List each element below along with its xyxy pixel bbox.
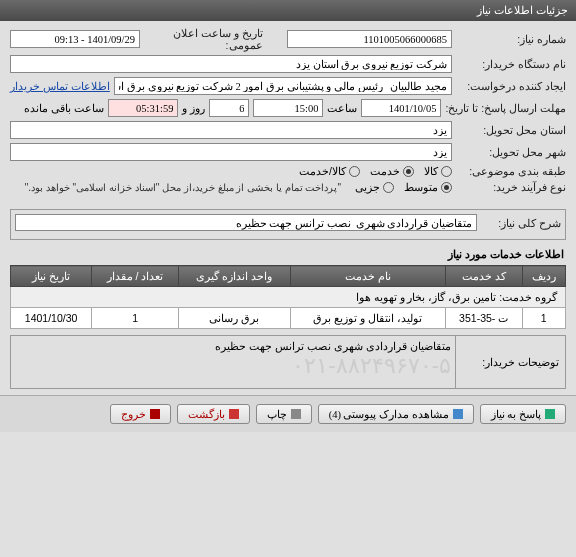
services-title: اطلاعات خدمات مورد نیاز (12, 248, 564, 261)
reply-icon (545, 409, 555, 419)
col-date: تاریخ نیاز (11, 266, 92, 287)
announce-label: تاریخ و ساعت اعلان عمومی: (144, 27, 263, 51)
col-qty: تعداد / مقدار (92, 266, 179, 287)
radio-jozi[interactable]: جزیی (355, 181, 394, 193)
cell-name: تولید، انتقال و توزیع برق (290, 308, 445, 329)
need-no-input[interactable] (287, 30, 452, 48)
cell-date: 1401/10/30 (11, 308, 92, 329)
remain-label: ساعت باقی مانده (24, 102, 104, 115)
exit-icon (150, 409, 160, 419)
radio-motevaset[interactable]: متوسط (404, 181, 452, 193)
buyer-notes-box: توضیحات خریدار: متقاضیان قراردادی شهری ن… (10, 335, 566, 389)
cell-row: 1 (522, 308, 566, 329)
province-label: استان محل تحویل: (456, 124, 566, 136)
buyer-notes-label: توضیحات خریدار: (455, 336, 565, 388)
days-input[interactable] (209, 99, 249, 117)
announce-input[interactable] (10, 30, 140, 48)
desc-title-input[interactable] (15, 214, 477, 231)
province-input[interactable] (10, 121, 452, 139)
back-icon (229, 409, 239, 419)
subject-type-label: طبقه بندی موضوعی: (456, 165, 566, 177)
buyer-input[interactable] (10, 55, 452, 73)
subject-type-radios: کالا خدمت کالا/خدمت (299, 165, 452, 177)
attachment-icon (453, 409, 463, 419)
time-label: ساعت (327, 102, 357, 115)
cell-unit: برق رسانی (178, 308, 290, 329)
print-icon (291, 409, 301, 419)
services-table: ردیف کد خدمت نام خدمت واحد اندازه گیری ت… (10, 265, 566, 329)
deadline-date-input[interactable] (361, 99, 441, 117)
radio-kala-khadmat[interactable]: کالا/خدمت (299, 165, 360, 177)
desc-section: شرح کلی نیاز: (10, 209, 566, 240)
col-row: ردیف (522, 266, 566, 287)
city-label: شهر محل تحویل: (456, 146, 566, 158)
cell-code: ت -35-351 (445, 308, 522, 329)
creator-input[interactable] (114, 77, 452, 95)
button-bar: پاسخ به نیاز مشاهده مدارک پیوستی (4) چاپ… (0, 395, 576, 432)
cell-qty: 1 (92, 308, 179, 329)
city-input[interactable] (10, 143, 452, 161)
col-name: نام خدمت (290, 266, 445, 287)
buyer-label: نام دستگاه خریدار: (456, 58, 566, 70)
attachments-button[interactable]: مشاهده مدارک پیوستی (4) (318, 404, 474, 424)
radio-kala[interactable]: کالا (424, 165, 452, 177)
watermark: ۰۲۱-۸۸۲۴۹۶۷۰-۵ (15, 353, 451, 379)
group-value: تامین برق، گاز، بخار و تهویه هوا (356, 291, 497, 303)
col-unit: واحد اندازه گیری (178, 266, 290, 287)
col-code: کد خدمت (445, 266, 522, 287)
window-title: جزئیات اطلاعات نیاز (0, 0, 576, 21)
form-area: شماره نیاز: تاریخ و ساعت اعلان عمومی: نا… (0, 21, 576, 203)
process-radios: متوسط جزیی (355, 181, 452, 193)
process-note: "پرداخت تمام یا بخشی از مبلغ خرید،از محل… (25, 182, 341, 193)
remain-time-input (108, 99, 178, 117)
deadline-label: مهلت ارسال پاسخ: تا تاریخ: (445, 102, 566, 114)
contact-link[interactable]: اطلاعات تماس خریدار (10, 80, 110, 92)
radio-khadmat[interactable]: خدمت (370, 165, 414, 177)
buyer-notes-text: متقاضیان قراردادی شهری نصب ترانس جهت حظی… (15, 340, 451, 353)
group-row: گروه خدمت: تامین برق، گاز، بخار و تهویه … (11, 287, 566, 308)
desc-title-label: شرح کلی نیاز: (481, 217, 561, 229)
day-label: روز و (182, 102, 205, 115)
need-no-label: شماره نیاز: (456, 33, 566, 45)
back-button[interactable]: بازگشت (177, 404, 250, 424)
process-label: نوع فرآیند خرید: (456, 181, 566, 193)
reply-button[interactable]: پاسخ به نیاز (480, 404, 566, 424)
creator-label: ایجاد کننده درخواست: (456, 80, 566, 92)
buyer-notes-content: متقاضیان قراردادی شهری نصب ترانس جهت حظی… (11, 336, 455, 388)
print-button[interactable]: چاپ (256, 404, 312, 424)
deadline-time-input[interactable] (253, 99, 323, 117)
table-row[interactable]: 1 ت -35-351 تولید، انتقال و توزیع برق بر… (11, 308, 566, 329)
group-label: گروه خدمت: (499, 291, 557, 303)
exit-button[interactable]: خروج (110, 404, 171, 424)
